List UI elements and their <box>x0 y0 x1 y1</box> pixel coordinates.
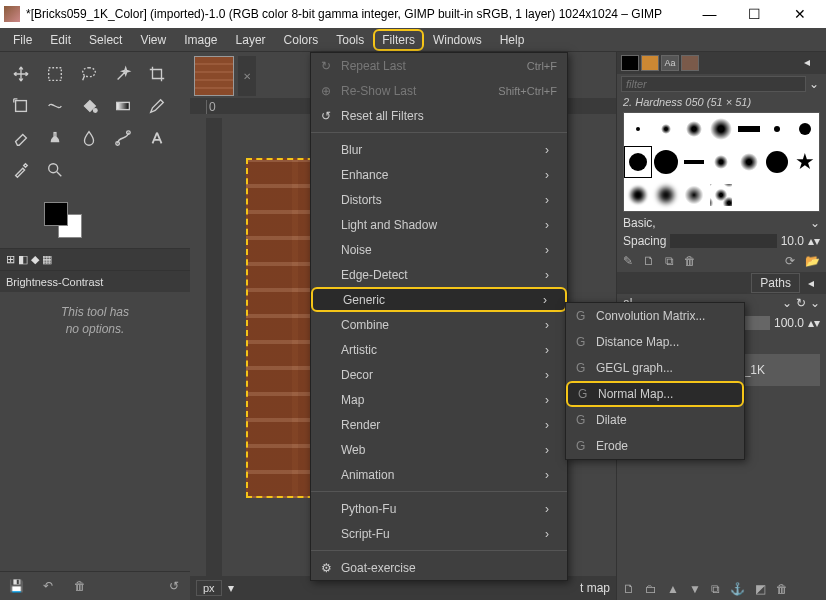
new-brush-icon[interactable]: 🗋 <box>643 254 655 268</box>
zoom-tool[interactable] <box>40 156 70 184</box>
generic-erode[interactable]: GErode <box>566 433 744 459</box>
menu-colors[interactable]: Colors <box>275 29 328 51</box>
new-layer-icon[interactable]: 🗋 <box>623 582 635 596</box>
brush-grid[interactable]: ★ <box>623 112 820 212</box>
generic-gegl-graph[interactable]: GGEGL graph... <box>566 355 744 381</box>
svg-rect-0 <box>49 68 62 81</box>
menu-filters[interactable]: Filters <box>373 29 424 51</box>
spacing-slider[interactable] <box>670 234 776 248</box>
fg-color[interactable] <box>44 202 68 226</box>
smudge-tool[interactable] <box>74 124 104 152</box>
svg-rect-1 <box>16 101 27 112</box>
filters-combine[interactable]: Combine› <box>311 312 567 337</box>
merge-icon[interactable]: ⚓ <box>730 582 745 596</box>
filters-noise[interactable]: Noise› <box>311 237 567 262</box>
filters-re-show-last: ⊕Re-Show LastShift+Ctrl+F <box>311 78 567 103</box>
brush-actions: ✎ 🗋 ⧉ 🗑 ⟳ 📂 <box>617 250 826 272</box>
close-button[interactable]: ✕ <box>777 0 822 28</box>
reset-icon[interactable]: ↺ <box>162 576 186 596</box>
pencil-tool[interactable] <box>142 92 172 120</box>
filters-script-fu[interactable]: Script-Fu› <box>311 521 567 546</box>
filters-blur[interactable]: Blur› <box>311 137 567 162</box>
filters-animation[interactable]: Animation› <box>311 462 567 487</box>
text-tool[interactable] <box>142 124 172 152</box>
filters-reset-all-filters[interactable]: ↺Reset all Filters <box>311 103 567 128</box>
filters-artistic[interactable]: Artistic› <box>311 337 567 362</box>
edit-brush-icon[interactable]: ✎ <box>623 254 633 268</box>
unit-select[interactable]: px <box>196 580 222 596</box>
del-layer-icon[interactable]: 🗑 <box>776 582 788 596</box>
rect-select-tool[interactable] <box>40 60 70 88</box>
down-icon[interactable]: ▼ <box>689 582 701 596</box>
basic-label[interactable]: Basic, <box>623 216 806 230</box>
panel-menu-icon[interactable]: ◂ <box>804 55 822 71</box>
filters-edge-detect[interactable]: Edge-Detect› <box>311 262 567 287</box>
open-brush-icon[interactable]: 📂 <box>805 254 820 268</box>
restore-icon[interactable]: ↶ <box>36 576 60 596</box>
patterns-tab[interactable] <box>641 55 659 71</box>
menu-help[interactable]: Help <box>491 29 534 51</box>
path-tool[interactable] <box>108 124 138 152</box>
dup-brush-icon[interactable]: ⧉ <box>665 254 674 268</box>
up-icon[interactable]: ▲ <box>667 582 679 596</box>
tool-options-tab-row: ⊞ ◧ ◆ ▦ <box>0 248 190 270</box>
wand-tool[interactable] <box>108 60 138 88</box>
filters-distorts[interactable]: Distorts› <box>311 187 567 212</box>
brush-filter-input[interactable] <box>621 76 806 92</box>
image-thumb-close[interactable] <box>238 56 256 96</box>
svg-point-7 <box>49 164 58 173</box>
del-brush-icon[interactable]: 🗑 <box>684 254 696 268</box>
clone-tool[interactable] <box>40 124 70 152</box>
menu-tools[interactable]: Tools <box>327 29 373 51</box>
generic-normal-map[interactable]: GNormal Map... <box>566 381 744 407</box>
generic-dilate[interactable]: GDilate <box>566 407 744 433</box>
transform-tool[interactable] <box>6 92 36 120</box>
generic-convolution-matrix[interactable]: GConvolution Matrix... <box>566 303 744 329</box>
picker-tool[interactable] <box>6 156 36 184</box>
maximize-button[interactable]: ☐ <box>732 0 777 28</box>
filters-python-fu[interactable]: Python-Fu› <box>311 496 567 521</box>
svg-rect-4 <box>54 133 56 138</box>
brushes-tab[interactable] <box>621 55 639 71</box>
fonts-tab[interactable]: Aa <box>661 55 679 71</box>
filter-chevron-icon[interactable]: ⌄ <box>806 77 822 91</box>
filters-decor[interactable]: Decor› <box>311 362 567 387</box>
delete-icon[interactable]: 🗑 <box>68 576 92 596</box>
save-preset-icon[interactable]: 💾 <box>4 576 28 596</box>
mask-icon[interactable]: ◩ <box>755 582 766 596</box>
eraser-tool[interactable] <box>6 124 36 152</box>
tool-options-footer: 💾 ↶ 🗑 ↺ <box>0 571 190 600</box>
mode-icon[interactable]: ↻ <box>796 296 806 310</box>
filters-menu: ↻Repeat LastCtrl+F⊕Re-Show LastShift+Ctr… <box>310 52 568 581</box>
generic-distance-map[interactable]: GDistance Map... <box>566 329 744 355</box>
refresh-brush-icon[interactable]: ⟳ <box>785 254 795 268</box>
move-tool[interactable] <box>6 60 36 88</box>
paths-tab[interactable]: Paths <box>751 273 800 293</box>
menu-layer[interactable]: Layer <box>227 29 275 51</box>
history-tab[interactable] <box>681 55 699 71</box>
color-swatches[interactable] <box>40 200 90 240</box>
filters-web[interactable]: Web› <box>311 437 567 462</box>
group-icon[interactable]: 🗀 <box>645 582 657 596</box>
filters-render[interactable]: Render› <box>311 412 567 437</box>
filters-goat[interactable]: ⚙Goat-exercise <box>311 555 567 580</box>
image-thumb[interactable] <box>194 56 234 96</box>
filters-enhance[interactable]: Enhance› <box>311 162 567 187</box>
menu-image[interactable]: Image <box>175 29 226 51</box>
crop-tool[interactable] <box>142 60 172 88</box>
menu-edit[interactable]: Edit <box>41 29 80 51</box>
window-title: *[Bricks059_1K_Color] (imported)-1.0 (RG… <box>26 7 687 21</box>
filters-map[interactable]: Map› <box>311 387 567 412</box>
gradient-tool[interactable] <box>108 92 138 120</box>
menu-windows[interactable]: Windows <box>424 29 491 51</box>
menu-file[interactable]: File <box>4 29 41 51</box>
filters-light-and-shadow[interactable]: Light and Shadow› <box>311 212 567 237</box>
bucket-tool[interactable] <box>74 92 104 120</box>
menu-view[interactable]: View <box>131 29 175 51</box>
minimize-button[interactable]: — <box>687 0 732 28</box>
filters-generic[interactable]: Generic› <box>311 287 567 312</box>
lasso-tool[interactable] <box>74 60 104 88</box>
warp-tool[interactable] <box>40 92 70 120</box>
dup-layer-icon[interactable]: ⧉ <box>711 582 720 596</box>
menu-select[interactable]: Select <box>80 29 131 51</box>
